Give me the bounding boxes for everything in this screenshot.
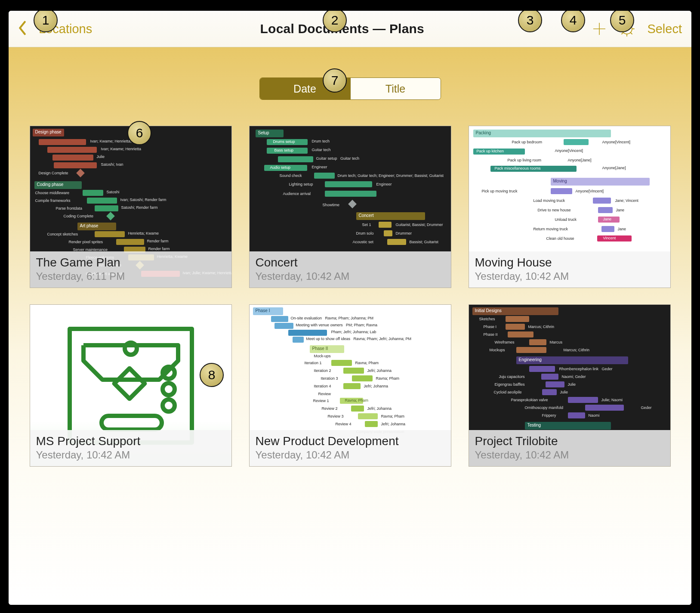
segment-date[interactable]: Date <box>260 78 350 99</box>
document-title: The Game Plan <box>36 256 225 269</box>
svg-line-8 <box>631 33 632 34</box>
document-subtitle: Yesterday, 10:42 AM <box>256 449 445 461</box>
select-button[interactable]: Select <box>647 22 682 36</box>
document-subtitle: Yesterday, 10:42 AM <box>475 270 664 282</box>
document-meta: Concert Yesterday, 10:42 AM <box>250 251 451 288</box>
back-button-label[interactable]: Locations <box>39 22 92 36</box>
document-tile[interactable]: Initial Designs Sketches Phase IMarcus; … <box>469 304 671 467</box>
segment-title[interactable]: Title <box>350 78 441 99</box>
document-meta: MS Project Support Yesterday, 10:42 AM <box>30 430 231 466</box>
document-title: New Product Development <box>256 434 445 448</box>
document-tile[interactable]: Setup Drums setupDrum tech Bass setupGui… <box>249 126 451 288</box>
document-title: Project Trilobite <box>475 434 664 448</box>
svg-rect-12 <box>114 368 145 399</box>
document-meta: The Game Plan Yesterday, 6:11 PM <box>30 251 231 288</box>
sort-segmented-control: Date Title <box>259 77 441 100</box>
svg-line-7 <box>622 24 623 25</box>
svg-line-10 <box>622 33 623 34</box>
document-subtitle: Yesterday, 10:42 AM <box>475 449 664 461</box>
document-tile[interactable]: MS Project Support Yesterday, 10:42 AM <box>30 304 232 467</box>
svg-point-15 <box>163 383 175 395</box>
document-meta: Project Trilobite Yesterday, 10:42 AM <box>469 430 670 466</box>
document-subtitle: Yesterday, 6:11 PM <box>36 270 225 282</box>
document-meta: Moving House Yesterday, 10:42 AM <box>469 251 670 288</box>
gear-icon[interactable] <box>619 21 635 37</box>
svg-point-13 <box>125 343 137 355</box>
document-title: Concert <box>256 256 445 269</box>
page-title: Local Documents — Plans <box>260 22 424 36</box>
document-grid: Design phase Ivan; Kwame; Henrietta; Jul… <box>9 126 691 467</box>
navbar: Locations Local Documents — Plans Select <box>9 11 691 47</box>
back-chevron-icon[interactable] <box>18 21 27 37</box>
document-tile[interactable]: Packing Pack up bedroomAnyone[Vincent] P… <box>469 126 671 288</box>
svg-line-9 <box>631 24 632 25</box>
document-tile[interactable]: Design phase Ivan; Kwame; Henrietta; Jul… <box>30 126 232 288</box>
app-window: Locations Local Documents — Plans Select <box>9 11 691 605</box>
document-subtitle: Yesterday, 10:42 AM <box>36 449 225 461</box>
content-area: Date Title Design phase Ivan; Kwame; Hen… <box>9 47 691 605</box>
document-meta: New Product Development Yesterday, 10:42… <box>250 430 451 466</box>
svg-point-16 <box>163 399 175 412</box>
document-title: Moving House <box>475 256 664 269</box>
add-button[interactable] <box>592 22 607 36</box>
document-subtitle: Yesterday, 10:42 AM <box>256 270 445 282</box>
document-title: MS Project Support <box>36 434 225 448</box>
svg-rect-17 <box>102 416 162 430</box>
document-tile[interactable]: Phase I On-site evaluation Ravna; Pham; … <box>249 304 451 467</box>
